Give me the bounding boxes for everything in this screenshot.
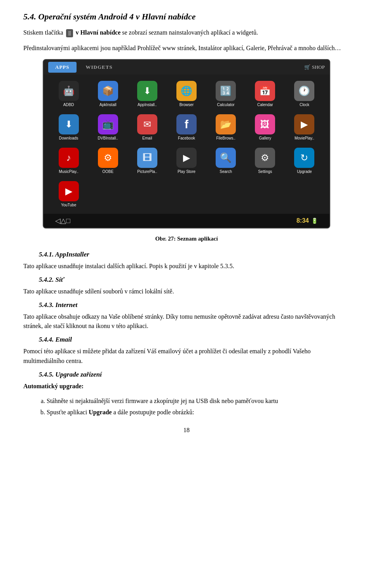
calendar-icon: 📅	[255, 81, 275, 101]
app-item-browser[interactable]: 🌐Browser	[167, 79, 205, 110]
browser-icon: 🌐	[176, 81, 197, 101]
android-bottom-bar: ◁ △ □ 8:34 🔋	[44, 214, 329, 228]
shop-button[interactable]: 🛒 SHOP	[304, 64, 325, 70]
gallery-icon: 🖼	[255, 114, 275, 134]
time-display: 8:34	[296, 217, 309, 224]
app-item-downloads[interactable]: ⬇Downloads	[50, 112, 87, 143]
app-item-upgrade[interactable]: ↻Upgrade	[286, 145, 323, 176]
apkinstall-label: ApkInstall	[99, 103, 116, 107]
android-top-bar: APPS WIDGETS 🛒 SHOP	[44, 60, 329, 75]
app-item-appinstall[interactable]: ⬇AppInstall..	[128, 79, 166, 110]
widgets-tab[interactable]: WIDGETS	[79, 62, 120, 73]
apkinstall-icon: 📦	[98, 81, 118, 101]
youtube-label: YouTube	[61, 203, 76, 208]
section-text-2: Tato aplikace obsahuje odkazy na Vaše ob…	[23, 312, 350, 332]
app-item-search[interactable]: 🔍Search	[207, 145, 245, 176]
section-text-1: Tato aplikace usnadňuje sdílení souborů …	[23, 287, 350, 297]
musicplay-icon: ♪	[59, 148, 79, 168]
downloads-label: Downloads	[59, 136, 78, 141]
app-item-settings[interactable]: ⚙Settings	[246, 145, 284, 176]
app-item-apkinstall[interactable]: 📦ApkInstall	[89, 79, 127, 110]
upgrade-label: Upgrade	[297, 169, 312, 174]
search-label: Search	[220, 169, 232, 174]
adbd-label: ADBD	[63, 103, 74, 107]
dvbinstall-label: DVBInstall..	[98, 136, 118, 141]
battery-icon: 🔋	[311, 218, 318, 224]
upgrade-icon: ↻	[294, 148, 314, 168]
app-item-calendar[interactable]: 📅Calendar	[246, 79, 284, 110]
intro-paragraph: Stiskem tlačítka ⣿ v Hlavní nabídce se z…	[23, 28, 350, 37]
home-icon[interactable]: △	[61, 216, 66, 225]
app-item-calculator[interactable]: 🔢Calculator	[207, 79, 245, 110]
section-text-3: Pomocí této aplikace si můžete přidat da…	[23, 347, 350, 366]
settings-label: Settings	[258, 169, 272, 174]
back-icon[interactable]: ◁	[55, 216, 61, 225]
playstore-label: Play Store	[178, 169, 195, 174]
app-item-musicplay[interactable]: ♪MusicPlay..	[50, 145, 87, 176]
apps-tab[interactable]: APPS	[48, 62, 77, 73]
filebrows-label: FileBrows..	[216, 136, 235, 141]
gallery-label: Gallery	[259, 136, 271, 141]
email-label: Email	[142, 136, 152, 141]
upgrade-list: Stáhněte si nejaktuálnější verzi firmwar…	[47, 396, 350, 417]
app-item-email[interactable]: ✉Email	[128, 112, 166, 143]
appinstall-label: AppInstall..	[138, 103, 157, 107]
picturepla-label: PicturePla..	[137, 169, 157, 174]
settings-icon: ⚙	[255, 148, 275, 168]
appinstall-icon: ⬇	[137, 81, 157, 101]
app-item-adbd[interactable]: 🤖ADBD	[50, 79, 87, 110]
app-item-dvbinstall[interactable]: 📺DVBInstall..	[89, 112, 127, 143]
search-icon: 🔍	[216, 148, 236, 168]
recents-icon[interactable]: □	[66, 217, 70, 225]
app-item-picturepla[interactable]: 🎞PicturePla..	[128, 145, 166, 176]
list-item-0: Stáhněte si nejaktuálnější verzi firmwar…	[47, 396, 350, 406]
calendar-label: Calendar	[257, 103, 273, 107]
page-number: 18	[23, 427, 350, 434]
app-item-gallery[interactable]: 🖼Gallery	[246, 112, 284, 143]
app-item-facebook[interactable]: fFacebook	[167, 112, 205, 143]
section-text-0: Tato aplikace usnadňuje instalaci dalšíc…	[23, 262, 350, 271]
menu-button-icon: ⣿	[66, 29, 73, 37]
app-item-playstore[interactable]: ▶Play Store	[167, 145, 205, 176]
page-title: 5.4. Operační systém Android 4 v Hlavní …	[23, 12, 350, 22]
oobe-icon: ⚙	[98, 148, 118, 168]
movieplay-icon: ▶	[294, 114, 314, 134]
apps-grid: 🤖ADBD📦ApkInstall⬇AppInstall..🌐Browser🔢Ca…	[44, 75, 329, 214]
section-num-0: 5.4.1. AppInstaller	[39, 251, 350, 258]
section-num-2: 5.4.3. Internet	[39, 301, 350, 309]
app-item-clock[interactable]: 🕐Clock	[286, 79, 323, 110]
email-icon: ✉	[137, 114, 157, 134]
section-num-1: 5.4.2. Síť	[39, 276, 350, 284]
sections-container: 5.4.1. AppInstallerTato aplikace usnadňu…	[23, 251, 350, 417]
app-item-oobe[interactable]: ⚙OOBE	[89, 145, 127, 176]
youtube-icon: ▶	[59, 181, 79, 201]
section-text-4: Automatický upgrade:	[23, 382, 350, 391]
section-num-3: 5.4.4. Email	[39, 336, 350, 344]
list-item-1: Spusťte aplikaci Upgrade a dále postupuj…	[47, 407, 350, 417]
facebook-label: Facebook	[178, 136, 195, 141]
clock-label: Clock	[300, 103, 309, 107]
dvbinstall-icon: 📺	[98, 114, 118, 134]
picturepla-icon: 🎞	[137, 148, 157, 168]
calculator-label: Calculator	[217, 103, 235, 107]
section-num-4: 5.4.5. Upgrade zařízení	[39, 371, 350, 379]
calculator-icon: 🔢	[216, 81, 236, 101]
downloads-icon: ⬇	[59, 114, 79, 134]
oobe-label: OOBE	[102, 169, 113, 174]
shop-icon: 🛒	[304, 64, 310, 70]
adbd-icon: 🤖	[59, 81, 79, 101]
clock-icon: 🕐	[294, 81, 314, 101]
musicplay-label: MusicPlay..	[59, 169, 78, 174]
app-item-movieplay[interactable]: ▶MoviePlay..	[286, 112, 323, 143]
filebrows-icon: 📂	[216, 114, 236, 134]
playstore-icon: ▶	[176, 148, 197, 168]
app-item-youtube[interactable]: ▶YouTube	[50, 179, 87, 210]
facebook-icon: f	[176, 114, 197, 134]
app-item-filebrows[interactable]: 📂FileBrows..	[207, 112, 245, 143]
android-screenshot: APPS WIDGETS 🛒 SHOP 🤖ADBD📦ApkInstall⬇App…	[43, 59, 330, 229]
movieplay-label: MoviePlay..	[295, 136, 314, 141]
intro-paragraph-2: Předinstalovanými aplikacemi jsou napřík…	[23, 44, 350, 53]
image-caption: Obr. 27: Seznam aplikací	[23, 236, 350, 242]
browser-label: Browser	[180, 103, 194, 107]
